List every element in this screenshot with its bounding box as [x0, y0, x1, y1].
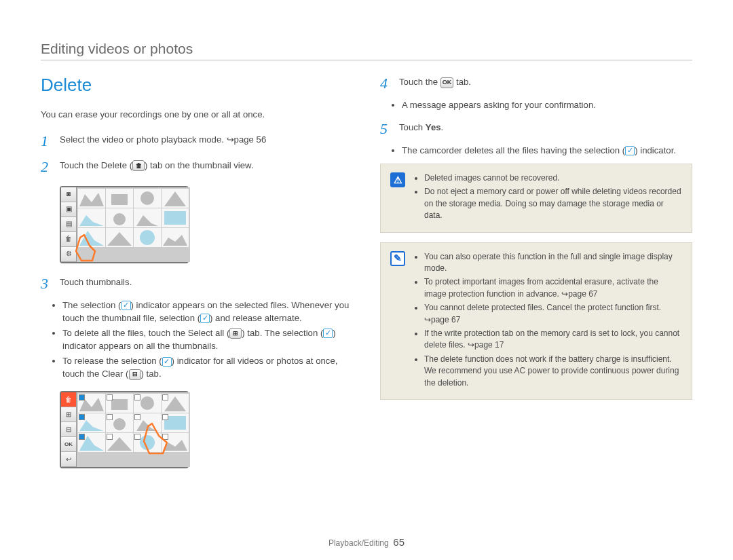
side-tab-trash-icon: 🗑: [61, 232, 76, 247]
step-text: Touch: [399, 122, 426, 132]
bullet-text: The selection (: [62, 300, 121, 310]
step-number: 4: [380, 73, 394, 94]
step-2: 2 Touch the Delete (🗑) tab on the thumbn…: [41, 156, 353, 178]
step-number: 3: [41, 273, 54, 295]
info-note: ✎ You can also operate this function in …: [380, 242, 692, 400]
bullet-text: ) tab.: [141, 369, 162, 379]
screenshot-thumbnail-view: ◙ ▣ ▤ 🗑 ⚙: [60, 186, 189, 263]
chapter-title: Editing videos or photos: [41, 41, 692, 57]
bullet-text: ) tab. The selection (: [242, 328, 323, 338]
divider: [41, 60, 692, 60]
warning-icon: ⚠: [390, 172, 405, 187]
step-number: 5: [380, 118, 394, 140]
page-ref: ↪page 56: [227, 134, 267, 145]
note-item: You cannot delete protected files. Cance…: [424, 302, 682, 326]
side-tab-film-icon: ▤: [61, 217, 76, 232]
check-icon: ✓: [323, 329, 333, 338]
svg-point-5: [113, 213, 126, 225]
note-item: The delete function does not work if the…: [424, 354, 682, 389]
select-all-icon: ⊞: [229, 328, 242, 339]
svg-marker-3: [164, 191, 186, 206]
side-tab-select-all-icon: ⊞: [61, 407, 76, 422]
yes-label: Yes: [426, 122, 441, 132]
step-text: Select the video or photo playback mode.: [60, 134, 227, 145]
svg-marker-6: [136, 215, 158, 226]
info-icon: ✎: [390, 251, 405, 266]
bullet-text: To delete all the files, touch the Selec…: [62, 328, 229, 338]
svg-rect-7: [164, 211, 186, 225]
step-text: ) tab on the thumbnail view.: [145, 160, 254, 170]
side-tab-trash-icon: 🗑: [61, 392, 76, 407]
check-icon: ✓: [625, 146, 635, 155]
step-5: 5 Touch Yes.: [380, 118, 692, 140]
svg-marker-9: [107, 232, 132, 246]
bullet-text: ) indicator.: [635, 145, 676, 155]
page-footer: Playback/Editing 65: [0, 536, 733, 548]
note-item: If the write protection tab on the memor…: [424, 328, 682, 352]
step-number: 1: [41, 130, 54, 152]
screenshot-selection-view: 🗑 ⊞ ⊟ OK ↩: [60, 391, 189, 468]
svg-marker-11: [163, 235, 187, 246]
svg-point-2: [140, 191, 154, 205]
svg-marker-23: [163, 440, 187, 451]
check-icon: ✓: [200, 314, 210, 323]
svg-marker-0: [79, 193, 104, 206]
ok-icon: OK: [440, 77, 454, 88]
svg-point-14: [140, 396, 154, 410]
footer-page-number: 65: [393, 536, 405, 548]
right-column: 4 Touch the OK tab. A message appears as…: [380, 73, 692, 478]
bullet-text: ) and release alternate.: [210, 313, 302, 323]
step-text: tab.: [453, 77, 471, 87]
section-title: Delete: [41, 73, 353, 98]
left-column: Delete You can erase your recordings one…: [41, 73, 353, 478]
intro-text: You can erase your recordings one by one…: [41, 108, 353, 121]
step-1: 1 Select the video or photo playback mod…: [41, 130, 353, 152]
step-text: Touch the: [399, 77, 440, 87]
check-icon: ✓: [162, 357, 172, 367]
svg-marker-8: [79, 231, 104, 246]
side-tab-settings-icon: ⚙: [61, 247, 76, 262]
side-tab-photo-icon: ▣: [61, 202, 76, 217]
step-4-bullets: A message appears asking for your confir…: [380, 98, 692, 111]
note-item: To protect important images from acciden…: [424, 276, 682, 300]
note-item: Do not eject a memory card or power off …: [424, 186, 682, 221]
trash-icon: 🗑: [132, 160, 145, 171]
footer-section: Playback/Editing: [328, 538, 389, 548]
step-4: 4 Touch the OK tab.: [380, 73, 692, 94]
note-item: You can also operate this function in th…: [424, 251, 682, 275]
svg-rect-13: [111, 399, 128, 410]
bullet-text: The camcorder deletes all the files havi…: [402, 145, 625, 155]
side-tab-clear-icon: ⊟: [61, 422, 76, 437]
clear-icon: ⊟: [129, 369, 141, 380]
svg-marker-18: [136, 420, 158, 431]
svg-marker-16: [79, 420, 104, 431]
side-tab-ok-icon: OK: [61, 437, 76, 452]
check-icon: ✓: [121, 301, 131, 310]
step-3-bullets: The selection (✓) indicator appears on t…: [41, 299, 353, 381]
step-3: 3 Touch thumbnails.: [41, 273, 353, 295]
svg-point-22: [140, 435, 155, 450]
bullet-text: A message appears asking for your confir…: [402, 98, 692, 111]
step-number: 2: [41, 156, 54, 178]
step-text: Touch thumbnails.: [60, 277, 132, 287]
step-text: .: [441, 122, 444, 132]
svg-marker-4: [79, 215, 104, 226]
side-tab-camera-icon: ◙: [61, 187, 76, 202]
step-text: Touch the Delete (: [60, 160, 132, 170]
svg-rect-1: [111, 194, 128, 205]
bullet-text: To release the selection (: [62, 356, 162, 366]
warning-note: ⚠ Deleted images cannot be recovered. Do…: [380, 164, 692, 233]
svg-point-10: [140, 230, 155, 245]
svg-point-17: [113, 418, 126, 430]
note-item: Deleted images cannot be recovered.: [424, 172, 682, 184]
side-tab-back-icon: ↩: [61, 452, 76, 467]
step-5-bullets: The camcorder deletes all the files havi…: [380, 144, 692, 157]
